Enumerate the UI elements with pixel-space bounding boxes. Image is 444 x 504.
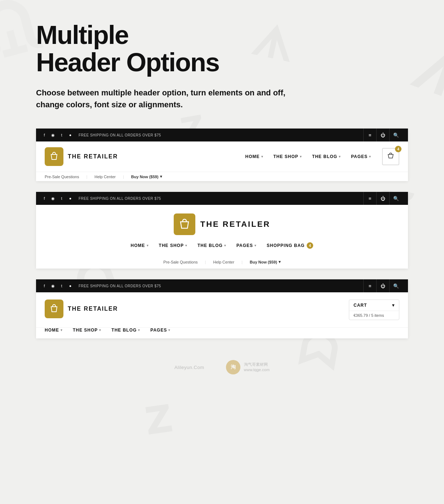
pre-sale-link-1[interactable]: Pre-Sale Questions [45,175,79,179]
header-main-3: THE RETAILER CART ▾ €365.79 / 5 items [36,292,408,327]
twitter-icon[interactable]: t [59,132,64,138]
nav-pages-1[interactable]: PAGES ▾ [346,154,376,159]
nav-pages-3[interactable]: PAGES ▾ [145,328,176,333]
top-bar-3: f ◉ t ● FREE SHIPPING ON ALL ORDERS OVER… [36,279,408,292]
logo-icon-1 [45,147,63,166]
hero-description: Choose between multiple header option, t… [36,87,288,111]
header-mockup-3: f ◉ t ● FREE SHIPPING ON ALL ORDERS OVER… [36,279,408,338]
sub-nav-2: Pre-Sale Questions | Help Center | Buy N… [36,257,408,269]
menu-icon-1[interactable]: ≡ [363,129,376,141]
top-bar-message-2: FREE SHIPPING ON ALL ORDERS OVER $75 [79,197,161,201]
watermark-badge-icon: 淘 [226,360,240,374]
hero-title: Multiple Header Options [36,22,408,76]
separator-2: | [123,175,124,179]
search-icon-2[interactable]: 🔍 [389,192,402,205]
facebook-icon[interactable]: f [42,132,47,138]
nav-shop-3[interactable]: THE SHOP ▾ [68,328,106,333]
nav-home-2[interactable]: HOME ▾ [126,243,154,248]
twitter-icon-3[interactable]: t [59,283,64,288]
header-main-1: THE RETAILER HOME ▾ THE SHOP ▾ THE BLOG … [36,141,408,172]
logo-3: THE RETAILER [45,300,118,318]
menu-icon-3[interactable]: ≡ [363,279,376,292]
buy-now-btn-2[interactable]: Buy Now ($59) ▾ [250,260,281,264]
sub-nav-1: Pre-Sale Questions | Help Center | Buy N… [36,172,408,181]
watermark-text-block: 淘气哥素材网 www.tqge.com [244,362,270,373]
instagram-icon-2[interactable]: ● [68,196,73,201]
logo-icon-3 [45,300,63,318]
top-bar-message-3: FREE SHIPPING ON ALL ORDERS OVER $75 [79,284,161,288]
logo-text-1: THE RETAILER [68,153,118,160]
header-nav-1: HOME ▾ THE SHOP ▾ THE BLOG ▾ PAGES ▾ 4 [240,148,399,165]
cart-dropdown-header[interactable]: CART ▾ [349,300,399,311]
power-icon-3[interactable]: ⏻ [376,279,389,292]
cart-chevron-icon: ▾ [392,303,395,308]
search-icon-3[interactable]: 🔍 [389,279,402,292]
social-icons-3: f ◉ t ● [42,283,73,288]
power-icon-1[interactable]: ⏻ [376,129,389,141]
menu-icon-2[interactable]: ≡ [363,192,376,205]
nav-shop-1[interactable]: THE SHOP ▾ [268,154,307,159]
search-icon-1[interactable]: 🔍 [389,129,402,141]
help-center-link-2[interactable]: Help Center [213,260,234,264]
nav-home-1[interactable]: HOME ▾ [240,154,268,159]
top-bar-right-2: ≡ ⏻ 🔍 [363,192,402,205]
header-nav-3: HOME ▾ THE SHOP ▾ THE BLOG ▾ PAGES ▾ [36,327,408,338]
facebook-icon-3[interactable]: f [42,283,47,288]
pre-sale-link-2[interactable]: Pre-Sale Questions [163,260,197,264]
help-center-link-1[interactable]: Help Center [94,175,116,179]
nav-blog-1[interactable]: THE BLOG ▾ [307,154,346,159]
top-bar-right-1: ≡ ⏻ 🔍 [363,129,402,141]
footer-left-text: Alileyun.Com [174,365,204,370]
header-mockup-1: f ◉ t ● FREE SHIPPING ON ALL ORDERS OVER… [36,129,408,181]
buy-now-btn-1[interactable]: Buy Now ($59) ▾ [131,174,162,179]
facebook-icon-2[interactable]: f [42,196,47,201]
separator-3: | [205,260,206,264]
nav-blog-3[interactable]: THE BLOG ▾ [106,328,145,333]
nav-home-3[interactable]: HOME ▾ [45,328,68,333]
logo-1: THE RETAILER [45,147,118,166]
logo-text-3: THE RETAILER [68,306,118,312]
header-mockup-2: f ◉ t ● FREE SHIPPING ON ALL ORDERS OVER… [36,192,408,269]
header-main-2: THE RETAILER HOME ▾ THE SHOP ▾ THE BLOG … [36,205,408,257]
watermark-site-name: 淘气哥素材网 [244,362,270,367]
bag-badge: 4 [307,242,313,249]
header-nav-2: HOME ▾ THE SHOP ▾ THE BLOG ▾ PAGES ▾ SHO… [126,242,319,249]
shopping-bag-btn[interactable]: SHOPPING BAG 4 [262,242,318,249]
cart-value: €365.79 / 5 items [349,311,399,320]
rss-icon-3[interactable]: ◉ [50,283,56,288]
top-bar-2: f ◉ t ● FREE SHIPPING ON ALL ORDERS OVER… [36,192,408,205]
watermark-site-url: www.tqge.com [244,367,270,373]
twitter-icon-2[interactable]: t [59,196,64,201]
social-icons-1: f ◉ t ● [42,132,73,138]
cart-button-1[interactable]: 4 [382,148,399,165]
separator-4: | [241,260,243,264]
social-icons-2: f ◉ t ● [42,196,73,201]
top-bar-1: f ◉ t ● FREE SHIPPING ON ALL ORDERS OVER… [36,129,408,141]
rss-icon[interactable]: ◉ [50,132,56,138]
rss-icon-2[interactable]: ◉ [50,196,56,201]
instagram-icon-3[interactable]: ● [68,283,73,288]
nav-shop-2[interactable]: THE SHOP ▾ [154,243,192,248]
top-bar-right-3: ≡ ⏻ 🔍 [363,279,402,292]
cart-label: CART [354,303,367,308]
watermark-right: 淘 淘气哥素材网 www.tqge.com [226,360,270,374]
content-wrapper: Multiple Header Options Choose between m… [0,0,444,403]
logo-text-2: THE RETAILER [200,220,270,229]
hero-section: Multiple Header Options Choose between m… [36,22,408,111]
logo-icon-2 [174,213,195,235]
nav-pages-2[interactable]: PAGES ▾ [231,243,262,248]
cart-badge-1: 4 [395,146,401,152]
top-bar-message-1: FREE SHIPPING ON ALL ORDERS OVER $75 [79,133,161,137]
nav-blog-2[interactable]: THE BLOG ▾ [192,243,231,248]
footer-area: Alileyun.Com 淘 淘气哥素材网 www.tqge.com [36,360,408,374]
cart-dropdown[interactable]: CART ▾ €365.79 / 5 items [349,300,399,320]
power-icon-2[interactable]: ⏻ [376,192,389,205]
separator-1: | [86,175,87,179]
instagram-icon[interactable]: ● [68,132,73,138]
logo-2: THE RETAILER [174,213,270,235]
